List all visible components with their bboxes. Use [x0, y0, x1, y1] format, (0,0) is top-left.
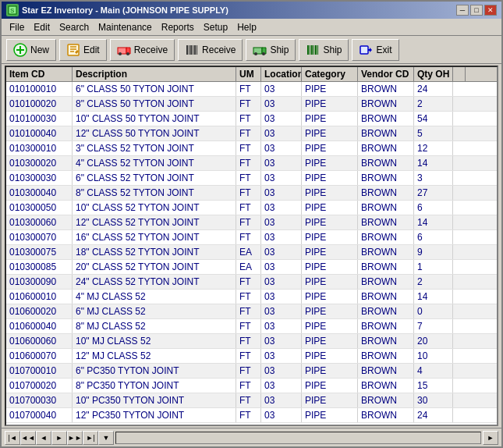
nav-last-button[interactable]: ►| [83, 431, 98, 445]
table-row[interactable]: 01010004012" CLASS 50 TYTON JOINTFT03PIP… [6, 126, 497, 141]
table-row[interactable]: 01060007012" MJ CLASS 52FT03PIPEBROWN10 [6, 349, 497, 364]
table-body[interactable]: 0101000106" CLASS 50 TYTON JOINTFT03PIPE… [6, 82, 497, 425]
ship-barcode-button[interactable]: Ship [299, 39, 349, 61]
menu-search[interactable]: Search [55, 20, 94, 34]
cell-item_cd: 010600060 [6, 334, 73, 348]
menu-help[interactable]: Help [232, 20, 261, 34]
cell-item_cd: 010300070 [6, 230, 73, 244]
table-row[interactable]: 0101000106" CLASS 50 TYTON JOINTFT03PIPE… [6, 82, 497, 97]
cell-qty_oh: 12 [414, 141, 453, 155]
table-row[interactable]: 0106000206" MJ CLASS 52FT03PIPEBROWN0 [6, 304, 497, 319]
table-row[interactable]: 01030007518" CLASS 52 TYTON JOINTEA03PIP… [6, 245, 497, 260]
cell-qty_oh: 7 [414, 319, 453, 333]
table-row[interactable]: 0103000408" CLASS 52 TYTON JOINTFT03PIPE… [6, 186, 497, 201]
cell-description: 10" CLASS 50 TYTON JOINT [73, 112, 236, 126]
cell-qty_oh: 15 [414, 379, 453, 393]
cell-category: PIPE [302, 290, 358, 304]
cell-vendor_cd: BROWN [358, 141, 414, 155]
cell-qty_oh: 24 [414, 408, 453, 422]
maximize-button[interactable]: □ [470, 5, 483, 16]
table-row[interactable]: 01060006010" MJ CLASS 52FT03PIPEBROWN20 [6, 334, 497, 349]
cell-vendor_cd: BROWN [358, 275, 414, 289]
cell-qty_oh: 0 [414, 304, 453, 318]
nav-scroll-right[interactable]: ► [483, 431, 498, 445]
table-row[interactable]: 0106000408" MJ CLASS 52FT03PIPEBROWN7 [6, 319, 497, 334]
cell-item_cd: 010700040 [6, 408, 73, 422]
cell-category: PIPE [302, 349, 358, 363]
svg-rect-5 [68, 44, 79, 55]
table-row[interactable]: 0107000208" PC350 TYTON JOINTFT03PIPEBRO… [6, 379, 497, 393]
cell-description: 12" CLASS 50 TYTON JOINT [73, 126, 236, 140]
menu-file[interactable]: File [5, 20, 29, 34]
cell-location: 03 [261, 275, 302, 289]
cell-description: 8" MJ CLASS 52 [73, 319, 236, 333]
edit-label: Edit [83, 44, 100, 55]
table-row[interactable]: 0103000306" CLASS 52 TYTON JOINTFT03PIPE… [6, 171, 497, 186]
receive-button[interactable]: Receive [110, 39, 175, 61]
table-row[interactable]: 0106000104" MJ CLASS 52FT03PIPEBROWN14 [6, 290, 497, 304]
cell-vendor_cd: BROWN [358, 112, 414, 126]
table-row[interactable]: 01070003010" PC350 TYTON JOINTFT03PIPEBR… [6, 393, 497, 408]
nav-next-next-button[interactable]: ►► [67, 431, 83, 445]
menu-setup[interactable]: Setup [199, 20, 232, 34]
table-row[interactable]: 0103000103" CLASS 52 TYTON JOINTFT03PIPE… [6, 141, 497, 156]
exit-button[interactable]: Exit [352, 39, 399, 61]
menu-edit[interactable]: Edit [29, 20, 55, 34]
cell-description: 12" CLASS 52 TYTON JOINT [73, 215, 236, 229]
cell-vendor_cd: BROWN [358, 97, 414, 111]
table-row[interactable]: 0101000208" CLASS 50 TYTON JOINTFT03PIPE… [6, 97, 497, 112]
menu-reports[interactable]: Reports [157, 20, 199, 34]
table-row[interactable]: 0107000106" PC350 TYTON JOINTFT03PIPEBRO… [6, 364, 497, 379]
cell-vendor_cd: BROWN [358, 319, 414, 333]
nav-prev-prev-button[interactable]: ◄◄ [20, 431, 36, 445]
horizontal-scrollbar[interactable] [115, 432, 481, 444]
svg-rect-13 [186, 45, 188, 55]
table-row[interactable]: 01070004012" PC350 TYTON JOINTFT03PIPEBR… [6, 408, 497, 423]
edit-button[interactable]: Edit [59, 39, 107, 61]
cell-description: 3" CLASS 52 TYTON JOINT [73, 141, 236, 155]
svg-rect-16 [193, 45, 193, 55]
nav-next-button[interactable]: ► [51, 431, 67, 445]
cell-vendor_cd: BROWN [358, 186, 414, 200]
cell-item_cd: 010300010 [6, 141, 73, 155]
svg-point-21 [254, 52, 257, 55]
cell-item_cd: 010600010 [6, 290, 73, 304]
table-row[interactable]: 01030005010" CLASS 52 TYTON JOINTFT03PIP… [6, 201, 497, 215]
svg-rect-24 [310, 45, 310, 55]
cell-um: FT [236, 275, 261, 289]
toolbar: New Edit [2, 36, 501, 64]
cell-category: PIPE [302, 393, 358, 407]
barcode-icon [185, 43, 199, 57]
cell-category: PIPE [302, 141, 358, 155]
cell-um: FT [236, 230, 261, 244]
col-um: UM [236, 67, 261, 81]
cell-location: 03 [261, 304, 302, 318]
menu-maintenance[interactable]: Maintenance [94, 20, 157, 34]
table-row[interactable]: 01030006012" CLASS 52 TYTON JOINTFT03PIP… [6, 215, 497, 230]
table-row[interactable]: 01030009024" CLASS 52 TYTON JOINTFT03PIP… [6, 275, 497, 290]
close-button[interactable]: ✕ [484, 5, 497, 16]
cell-category: PIPE [302, 260, 358, 274]
inventory-table: Item CD Description UM Location Category… [5, 66, 498, 426]
table-row[interactable]: 0103000204" CLASS 52 TYTON JOINTFT03PIPE… [6, 156, 497, 171]
cell-qty_oh: 30 [414, 393, 453, 407]
nav-prev-button[interactable]: ◄ [36, 431, 51, 445]
nav-filter-button[interactable]: ▼ [98, 431, 114, 445]
new-button[interactable]: New [6, 39, 56, 61]
cell-item_cd: 010300030 [6, 171, 73, 185]
cell-item_cd: 010600020 [6, 304, 73, 318]
table-row[interactable]: 01030007016" CLASS 52 TYTON JOINTFT03PIP… [6, 230, 497, 245]
ship-button[interactable]: Ship [246, 39, 296, 61]
cell-location: 03 [261, 186, 302, 200]
cell-location: 03 [261, 245, 302, 259]
cell-category: PIPE [302, 82, 358, 96]
cell-item_cd: 010100010 [6, 82, 73, 96]
cell-location: 03 [261, 349, 302, 363]
nav-first-button[interactable]: |◄ [5, 431, 20, 445]
cell-category: PIPE [302, 156, 358, 170]
cell-category: PIPE [302, 304, 358, 318]
receive-barcode-button[interactable]: Receive [178, 39, 243, 61]
table-row[interactable]: 01010003010" CLASS 50 TYTON JOINTFT03PIP… [6, 112, 497, 126]
minimize-button[interactable]: ─ [456, 5, 469, 16]
table-row[interactable]: 01030008520" CLASS 52 TYTON JOINTEA03PIP… [6, 260, 497, 275]
